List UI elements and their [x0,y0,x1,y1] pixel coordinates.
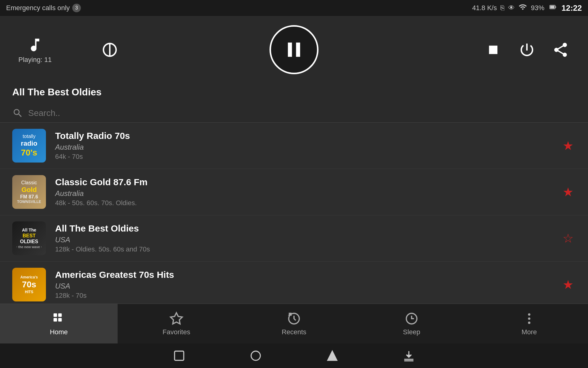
sleep-icon [405,312,419,326]
nav-home-label: Home [50,328,68,336]
pause-button[interactable] [270,25,318,74]
eye-icon: 👁 [508,4,515,12]
recents-icon [287,312,301,326]
nav-more[interactable]: More [470,304,588,343]
system-nav [0,343,588,368]
nav-recents-label: Recents [282,328,307,336]
station-logo: All The BEST OLDIES · the new wave · [12,221,46,255]
svg-rect-6 [58,318,62,322]
music-icon[interactable] [26,36,44,54]
favorite-button[interactable]: ★ [560,184,576,200]
station-info: Totally Radio 70s Australia 64k - 70s [55,131,551,161]
svg-marker-15 [328,351,337,360]
search-input[interactable] [28,108,576,118]
station-info: All The Best Oldies USA 128k - Oldies. 5… [55,223,551,253]
svg-point-11 [528,317,530,320]
star-filled-icon: ★ [563,278,574,292]
emergency-calls-text: Emergency calls only [6,4,70,12]
favorite-button[interactable]: ★ [560,277,576,292]
status-left: Emergency calls only 3 [6,4,81,12]
station-country: Australia [55,143,551,151]
nav-sleep-label: Sleep [403,328,420,336]
system-download-button[interactable] [401,348,417,363]
station-logo: Classic Gold FM 87.6 TOWNSVILLE [12,175,46,209]
system-home-button[interactable] [248,348,263,363]
player-header: Playing: 11 [0,16,588,83]
station-info: Classic Gold 87.6 Fm Australia 48k - 50s… [55,177,551,207]
station-country: Australia [55,189,551,198]
player-right-icons [484,40,570,59]
station-logo: America's 70s HITS [12,268,46,301]
list-item[interactable]: Classic Gold FM 87.6 TOWNSVILLE Classic … [0,169,588,215]
favorite-button[interactable]: ☆ [560,231,576,246]
more-icon [522,312,536,326]
favorite-button[interactable]: ★ [560,138,576,153]
station-tags: 48k - 50s. 60s. 70s. Oldies. [55,199,551,207]
star-empty-icon: ☆ [563,231,574,245]
list-item[interactable]: totally radio 70's Totally Radio 70s Aus… [0,123,588,169]
svg-marker-7 [171,312,182,324]
svg-rect-2 [555,6,556,8]
search-bar [0,104,588,123]
search-icon [12,108,23,119]
station-info: Americas Greatest 70s Hits USA 128k - 70… [55,270,551,300]
svg-point-12 [528,321,530,324]
svg-rect-3 [54,313,57,317]
bluetooth-icon: ⎘ [500,4,504,12]
station-country: USA [55,236,551,244]
nav-recents[interactable]: Recents [235,304,353,343]
status-time: 12:22 [562,3,582,13]
nav-favorites[interactable]: Favorites [118,304,235,343]
station-tags: 128k - Oldies. 50s. 60s and 70s [55,245,551,253]
radio-list: totally radio 70's Totally Radio 70s Aus… [0,123,588,304]
globe-icon[interactable] [101,40,119,59]
main-content: Playing: 11 [0,16,588,343]
system-recents-button[interactable] [325,348,340,363]
notification-badge: 3 [72,4,81,12]
star-filled-icon: ★ [563,185,574,199]
svg-rect-1 [550,6,554,9]
station-country: USA [55,282,551,290]
svg-rect-13 [175,351,184,360]
status-right: 41.8 K/s ⎘ 👁 93% 12:22 [472,3,582,13]
station-name: All The Best Oldies [55,223,551,234]
station-name: Americas Greatest 70s Hits [55,270,551,280]
now-playing-title: All The Best Oldies [0,83,588,104]
battery-percent: 93% [531,4,544,12]
station-name: Totally Radio 70s [55,131,551,141]
power-button[interactable] [518,40,536,59]
nav-favorites-label: Favorites [163,328,190,336]
station-tags: 64k - 70s [55,153,551,161]
wifi-icon [518,3,527,13]
nav-home[interactable]: Home [0,304,118,343]
station-name: Classic Gold 87.6 Fm [55,177,551,187]
star-filled-icon: ★ [563,139,574,153]
playing-label: Playing: 11 [18,56,52,64]
status-bar: Emergency calls only 3 41.8 K/s ⎘ 👁 93% … [0,0,588,16]
station-tags: 128k - 70s [55,292,551,300]
favorites-icon [169,312,183,326]
battery-icon [548,3,558,13]
stop-button[interactable] [484,40,502,59]
svg-rect-4 [58,313,62,317]
list-item[interactable]: America's 70s HITS Americas Greatest 70s… [0,262,588,304]
network-speed: 41.8 K/s [472,4,497,12]
nav-sleep[interactable]: Sleep [353,304,470,343]
station-logo: totally radio 70's [12,129,46,163]
bottom-nav: Home Favorites Recents Sleep [0,304,588,343]
list-item[interactable]: All The BEST OLDIES · the new wave · All… [0,215,588,262]
nav-more-label: More [522,328,537,336]
svg-point-14 [251,351,260,360]
share-button[interactable] [551,40,570,59]
svg-rect-5 [54,318,57,322]
system-back-button[interactable] [172,348,187,363]
home-icon [52,312,66,326]
svg-point-10 [528,313,530,316]
